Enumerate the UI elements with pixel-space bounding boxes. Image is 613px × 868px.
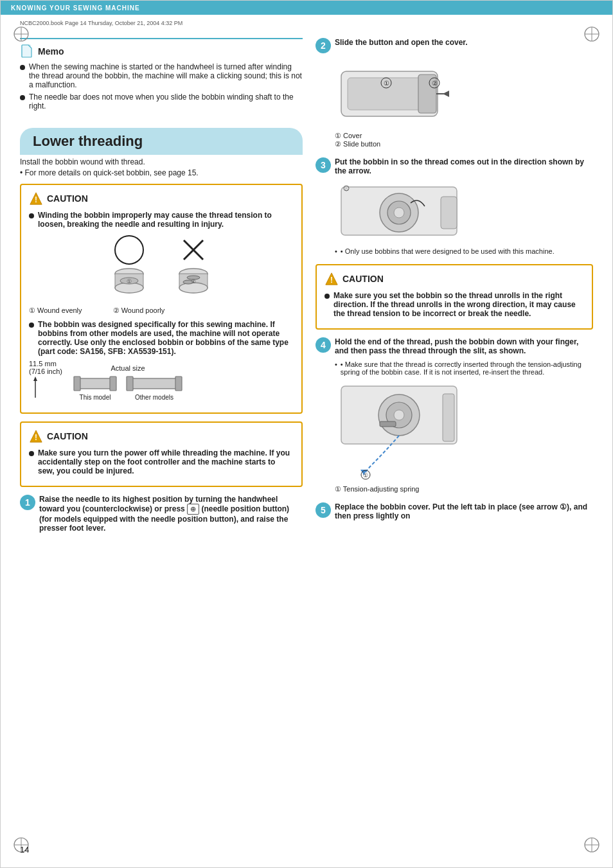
step-4-svg: ①: [335, 380, 476, 483]
section-intro: Install the bobbin wound with thread.: [20, 157, 303, 166]
caution-box-2: ! CAUTION Make sure you turn the power o…: [20, 421, 303, 487]
this-model-label: This model: [73, 394, 118, 401]
bullet-1: [20, 65, 25, 70]
caution-bullet-2: [29, 451, 34, 456]
memo-item-1: When the sewing machine is started or th…: [20, 62, 303, 89]
svg-text:①: ①: [384, 80, 389, 87]
memo-text-2: The needle bar does not move when you sl…: [29, 93, 303, 111]
step-3-note-text: • Only use bobbins that were designed to…: [341, 247, 555, 255]
bobbin-label-2: ② Wound poorly: [113, 306, 165, 315]
step-2-labels: ① Cover ② Slide button: [335, 132, 593, 148]
svg-point-60: [394, 410, 404, 420]
caution-box-3: ! CAUTION Make sure you set the bobbin s…: [315, 264, 593, 330]
step-5-circle: 5: [315, 502, 331, 518]
step-2-label-2: ② Slide button: [335, 140, 593, 148]
step-1-text-bold: Raise the needle to its highest position…: [39, 495, 289, 533]
x-mark-icon: [177, 234, 209, 266]
step-1-number: 1: [25, 497, 30, 508]
actual-size-diagrams: Actual size This model: [73, 364, 183, 401]
step-2-svg: ① ②: [335, 58, 463, 129]
memo-box: Memo When the sewing machine is started …: [20, 38, 303, 119]
section-note: • For more details on quick-set bobbin, …: [20, 168, 303, 177]
step-3-circle: 3: [315, 157, 331, 173]
step-2-text: Slide the button and open the cover.: [335, 38, 468, 47]
svg-text:!: !: [35, 195, 37, 204]
left-column: Memo When the sewing machine is started …: [20, 38, 303, 538]
step-4-note-text: • Make sure that the thread is correctly…: [341, 360, 593, 376]
caution-box-1: ! CAUTION Winding the bobbin improperly …: [20, 184, 303, 414]
lower-threading-header: Lower threading: [20, 128, 303, 155]
svg-rect-63: [380, 421, 396, 427]
svg-text:②: ②: [191, 278, 196, 285]
caution-bullet-3: [324, 294, 330, 299]
bullet-2: [20, 95, 25, 100]
step-2-image: ① ②: [335, 58, 463, 129]
step-3-number: 3: [321, 160, 326, 170]
svg-text:②: ②: [432, 80, 438, 87]
step-5-box: 5 Replace the bobbin cover. Put the left…: [315, 502, 593, 520]
caution-text-1b: The bobbin was designed specifically for…: [38, 320, 294, 356]
size-comparison: This model Other models: [73, 375, 183, 401]
this-model-diagram: [73, 375, 118, 393]
bobbin-bad-spool: ②: [174, 266, 213, 301]
step-4-label: ① Tension-adjusting spring: [335, 485, 593, 493]
content-area: Memo When the sewing machine is started …: [1, 31, 612, 557]
svg-text:○: ○: [345, 186, 348, 192]
step-4-circle: 4: [315, 337, 331, 353]
memo-title: Memo: [20, 44, 303, 58]
svg-rect-32: [74, 376, 80, 391]
other-models-diagram: [125, 375, 183, 393]
step-3-box: 3 Put the bobbin in so the thread comes …: [315, 157, 593, 255]
memo-item-2: The needle bar does not move when you sl…: [20, 93, 303, 111]
svg-rect-36: [175, 376, 182, 391]
step-5-number: 5: [321, 505, 326, 515]
step-4-row: 4 Hold the end of the thread, push the b…: [315, 337, 593, 355]
caution-triangle-icon-2: !: [29, 429, 43, 443]
caution-label-3: CAUTION: [342, 274, 384, 284]
other-models-label: Other models: [125, 394, 183, 401]
lower-threading-title: Lower threading: [33, 133, 143, 150]
bobbin-sublabels: ① Wound evenly ② Wound poorly: [29, 306, 294, 315]
step-2-label-1: ① Cover: [335, 132, 593, 140]
memo-text-1: When the sewing machine is started or th…: [29, 62, 303, 89]
page: KNOWING YOUR SEWING MACHINE NCBC2000.boo…: [0, 0, 613, 868]
reg-mark-br: [583, 836, 601, 856]
caution-item-3: Make sure you set the bobbin so the thre…: [324, 291, 584, 318]
caution-triangle-icon-3: !: [324, 272, 339, 286]
step-2-circle: 2: [315, 38, 331, 53]
step-1-text: Raise the needle to its highest position…: [39, 495, 303, 533]
step-4-image: ①: [335, 380, 476, 483]
caution-title-3: ! CAUTION: [324, 272, 584, 286]
reg-mark-tl: [12, 25, 30, 45]
size-measurement: 11.5 mm(7/16 inch): [29, 360, 62, 401]
svg-point-15: [115, 236, 143, 264]
memo-label: Memo: [38, 46, 64, 57]
step-4-note: • • Make sure that the thread is correct…: [335, 360, 593, 376]
svg-text:!: !: [330, 276, 333, 285]
step-2-number: 2: [321, 40, 326, 51]
svg-rect-35: [127, 376, 133, 391]
svg-rect-33: [110, 376, 116, 391]
svg-point-51: [394, 208, 404, 218]
bobbin-good: ①: [110, 234, 148, 301]
check-mark-icon: [113, 234, 145, 266]
caution-item-1b: The bobbin was designed specifically for…: [29, 320, 294, 356]
bobbin-bad: ②: [174, 234, 213, 301]
step-4-box: 4 Hold the end of the thread, push the b…: [315, 337, 593, 493]
svg-rect-62: [443, 394, 454, 441]
memo-icon: [20, 44, 34, 58]
step-1-circle: 1: [20, 495, 35, 510]
svg-text:!: !: [35, 433, 37, 442]
bobbin-diagram: ①: [29, 234, 294, 301]
other-models: Other models: [125, 375, 183, 401]
svg-rect-34: [129, 378, 180, 389]
caution-item-1a: Winding the bobbin improperly may cause …: [29, 211, 294, 229]
step-5-text: Replace the bobbin cover. Put the left t…: [335, 502, 593, 520]
step-4-number: 4: [321, 340, 326, 350]
top-bar: KNOWING YOUR SEWING MACHINE: [1, 1, 612, 15]
caution-text-3: Make sure you set the bobbin so the thre…: [333, 291, 584, 318]
step-1-row: 1 Raise the needle to its highest positi…: [20, 495, 303, 533]
svg-text:①: ①: [363, 472, 368, 479]
actual-size-container: 11.5 mm(7/16 inch) Actual size: [29, 360, 294, 401]
caution-title-2: ! CAUTION: [29, 429, 294, 443]
